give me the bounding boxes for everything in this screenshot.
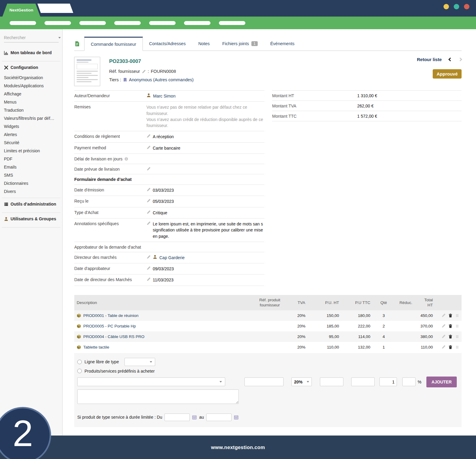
delete-line-icon[interactable] [448, 345, 453, 349]
edit-pencil-icon[interactable] [146, 277, 151, 281]
drag-grip-icon[interactable] [455, 324, 459, 328]
sidebar-item-divers[interactable]: Divers [0, 187, 62, 195]
edit-pencil-icon[interactable] [146, 167, 151, 171]
tab-contacts-adresses[interactable]: Contacts/Adresses [143, 37, 192, 51]
search-input[interactable] [4, 35, 58, 40]
menu-pill-1[interactable] [10, 21, 36, 25]
search-caret-icon[interactable] [58, 37, 61, 39]
field-label: Date d'approbateur [74, 266, 146, 271]
sidebar-item-sms[interactable]: SMS [0, 171, 62, 179]
calendar-icon[interactable] [192, 415, 197, 420]
delete-line-icon[interactable] [448, 313, 453, 318]
prev-arrow-icon[interactable] [448, 57, 452, 61]
ref-supplier-input[interactable] [244, 377, 284, 386]
sidebar: Mon tableau de bord Configuration Sociét… [0, 29, 63, 436]
drag-grip-icon[interactable] [455, 345, 459, 349]
cell-ref [250, 331, 290, 342]
product-link[interactable]: PROD0001 - Table de réuinion [83, 313, 139, 318]
product-link[interactable]: Tablette tactile [83, 345, 109, 349]
edit-line-icon[interactable] [441, 345, 446, 349]
menu-pill-4[interactable] [114, 21, 141, 25]
back-to-list-link[interactable]: Retour liste [417, 57, 442, 62]
menu-pill-5[interactable] [149, 21, 176, 25]
edit-pencil-icon[interactable] [146, 221, 151, 225]
vat-select[interactable]: 20% [291, 377, 312, 386]
menu-pill-7[interactable] [219, 21, 245, 25]
sidebar-item-dictionnaires[interactable]: Dictionnaires [0, 179, 62, 187]
product-cube-icon [77, 313, 81, 318]
sidebar-item-alertes[interactable]: Alertes [0, 130, 62, 138]
table-header-row: Description Réf. produit fournisseur TVA… [74, 295, 462, 310]
edit-pencil-icon[interactable] [146, 188, 151, 192]
tiers-link[interactable]: Anonymous (Autres commandes) [129, 76, 194, 83]
pu-ht-input[interactable] [320, 377, 343, 386]
sidebar-item-valeurs[interactable]: Valeurs/filtres/tris par déf… [0, 114, 62, 122]
brand-logo[interactable]: NextGestion [2, 4, 40, 17]
step-number: 2 [13, 412, 33, 454]
sidebar-item-widgets[interactable]: Widgets [0, 122, 62, 130]
sidebar-item-modules[interactable]: Modules/Applications [0, 82, 62, 90]
sidebar-item-limites[interactable]: Limites et précision [0, 147, 62, 155]
drag-grip-icon[interactable] [455, 335, 459, 339]
next-arrow-icon [458, 57, 462, 61]
tab-commande-fournisseur[interactable]: Commande fournisseur [84, 37, 143, 51]
user-icon [146, 93, 151, 98]
sidebar-item-societe[interactable]: Société/Organisation [0, 73, 62, 82]
reduc-input[interactable] [402, 377, 416, 386]
edit-pencil-icon[interactable] [146, 266, 151, 270]
line-description-textarea[interactable] [77, 389, 239, 404]
edit-pencil-icon[interactable] [146, 145, 151, 150]
col-reduc: Réduc. [395, 295, 417, 310]
tab-evenements[interactable]: Événements [264, 37, 301, 51]
product-link[interactable]: PROD0004 - Câble USB RS PRO [83, 334, 144, 339]
sidebar-item-emails[interactable]: Emails [0, 163, 62, 171]
predefined-radio[interactable] [77, 369, 82, 373]
product-select[interactable] [77, 377, 225, 386]
sidebar-item-affichage[interactable]: Affichage [0, 90, 62, 98]
free-line-radio[interactable] [77, 360, 82, 364]
edit-pencil-icon[interactable] [142, 70, 146, 74]
document-thumbnail[interactable] [74, 57, 100, 86]
received-date-value: 05/03/2023 [153, 198, 174, 204]
sidebar-item-admin-tools[interactable]: Outils d'administration [0, 198, 62, 210]
author-link[interactable]: Marc Simon [153, 93, 176, 99]
delete-line-icon[interactable] [448, 334, 453, 339]
sidebar-item-traduction[interactable]: Traduction [0, 106, 62, 114]
delete-line-icon[interactable] [448, 324, 453, 328]
edit-line-icon[interactable] [441, 334, 446, 339]
add-line-button[interactable]: AJOUTER [426, 377, 457, 387]
drag-grip-icon[interactable] [455, 314, 459, 318]
cell-pu-ht: 150,00 [313, 310, 342, 321]
sidebar-item-securite[interactable]: Sécurité [0, 138, 62, 147]
menu-pill-2[interactable] [45, 21, 71, 25]
sidebar-item-users-groups[interactable]: Utilisateurs & Groupes [0, 213, 62, 225]
detail-row-director: Directeur des marchés Cap Garderie [74, 252, 264, 263]
issue-date-value: 03/03/2023 [153, 187, 174, 193]
tab-notes[interactable]: Notes [192, 37, 216, 51]
sidebar-item-dashboard[interactable]: Mon tableau de bord [0, 47, 62, 59]
edit-pencil-icon[interactable] [146, 134, 151, 138]
field-label: Payment method [74, 145, 146, 150]
edit-pencil-icon[interactable] [146, 210, 151, 214]
tools-icon [4, 65, 8, 70]
add-line-form: Ligne libre de type Produits/services pr… [74, 353, 462, 427]
pu-ttc-input[interactable] [351, 377, 375, 386]
edit-line-icon[interactable] [441, 313, 446, 318]
sidebar-item-pdf[interactable]: PDF [0, 155, 62, 163]
free-line-type-select[interactable] [124, 358, 155, 366]
edit-pencil-icon[interactable] [146, 199, 151, 203]
tiers-line: Tiers : Anonymous (Autres commandes) [109, 76, 194, 83]
edit-pencil-icon[interactable] [146, 255, 151, 259]
edit-line-icon[interactable] [441, 324, 446, 328]
service-start-date-input[interactable] [164, 414, 190, 421]
qty-input[interactable] [379, 377, 397, 386]
service-end-date-input[interactable] [206, 414, 232, 421]
sidebar-item-menus[interactable]: Menus [0, 98, 62, 106]
calendar-icon[interactable] [234, 415, 238, 420]
menu-pill-3[interactable] [79, 21, 106, 25]
tab-fichiers-joints[interactable]: Fichiers joints 1 [216, 37, 264, 51]
menu-pill-6[interactable] [184, 21, 210, 25]
product-link[interactable]: PROD0005 - PC Portable Hp [83, 324, 136, 328]
director-link[interactable]: Cap Garderie [159, 255, 185, 261]
sidebar-item-configuration[interactable]: Configuration [0, 61, 62, 73]
